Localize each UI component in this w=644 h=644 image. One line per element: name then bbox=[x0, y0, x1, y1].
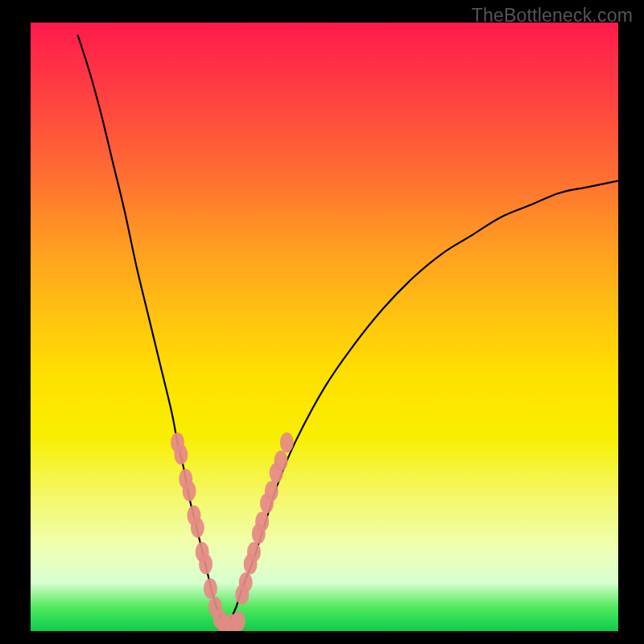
marker-dot bbox=[232, 611, 246, 631]
marker-dot bbox=[199, 554, 213, 574]
marker-dot bbox=[274, 451, 287, 471]
curve-left bbox=[77, 35, 225, 625]
markers bbox=[171, 432, 294, 631]
marker-dot bbox=[204, 579, 217, 599]
curve-right bbox=[225, 181, 618, 625]
plot-area bbox=[31, 23, 618, 631]
marker-dot bbox=[265, 481, 279, 502]
marker-dot bbox=[191, 518, 204, 538]
marker-dot bbox=[280, 432, 294, 452]
right-branch-line bbox=[225, 181, 618, 625]
marker-dot bbox=[247, 542, 261, 562]
left-branch-line bbox=[77, 35, 225, 625]
marker-dot bbox=[183, 481, 196, 502]
chart-frame: TheBottleneck.com bbox=[0, 0, 644, 644]
marker-dot bbox=[239, 572, 253, 592]
chart-svg bbox=[31, 23, 618, 631]
watermark-text: TheBottleneck.com bbox=[472, 5, 633, 27]
marker-dot bbox=[174, 444, 188, 464]
marker-dot bbox=[255, 511, 269, 531]
